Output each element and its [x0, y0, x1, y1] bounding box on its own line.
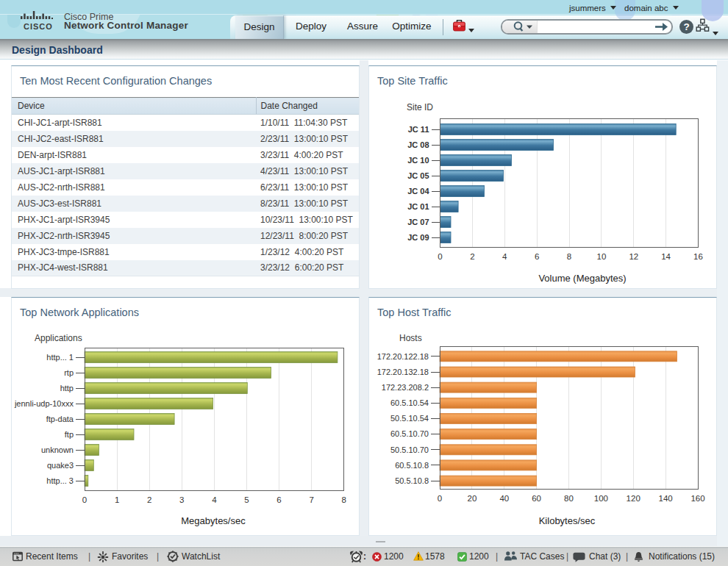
- svg-text:quake3: quake3: [47, 461, 74, 470]
- svg-text:2: 2: [470, 252, 474, 261]
- svg-text:80: 80: [564, 494, 574, 503]
- svg-text:4: 4: [212, 495, 217, 504]
- svg-text:Volume (Megabytes): Volume (Megabytes): [538, 273, 626, 284]
- svg-text:50.5.10.70: 50.5.10.70: [390, 445, 429, 454]
- svg-text:160: 160: [690, 494, 704, 503]
- svg-text:7: 7: [309, 495, 313, 504]
- svg-text:172.20.132.18: 172.20.132.18: [377, 368, 429, 376]
- svg-text:14: 14: [661, 252, 671, 261]
- svg-text:JC 05: JC 05: [407, 171, 429, 180]
- svg-text:60.5.10.54: 60.5.10.54: [390, 398, 429, 407]
- svg-text:16: 16: [693, 252, 703, 261]
- svg-text:jennli-udp-10xxx: jennli-udp-10xxx: [14, 399, 74, 408]
- svg-text:JC 09: JC 09: [407, 233, 429, 242]
- svg-text:JC 10: JC 10: [407, 156, 429, 165]
- svg-text:8: 8: [341, 495, 346, 504]
- svg-text:?: ?: [683, 21, 689, 32]
- svg-text:5: 5: [244, 495, 249, 504]
- svg-text:40: 40: [499, 494, 509, 503]
- svg-text:2: 2: [147, 495, 151, 504]
- svg-text:6: 6: [276, 495, 281, 504]
- svg-text:12: 12: [629, 252, 638, 261]
- svg-text:172.20.122.18: 172.20.122.18: [377, 352, 429, 361]
- svg-text:http... 1: http... 1: [46, 353, 74, 362]
- svg-text:4: 4: [502, 252, 507, 261]
- svg-text:0: 0: [438, 494, 442, 503]
- svg-text:8: 8: [567, 252, 571, 261]
- svg-text:60.5.10.8: 60.5.10.8: [395, 461, 429, 470]
- svg-text:http... 3: http... 3: [46, 476, 74, 485]
- svg-text:100: 100: [594, 494, 608, 503]
- svg-text:6: 6: [535, 252, 539, 261]
- svg-text:Site ID: Site ID: [407, 102, 433, 112]
- svg-text:3: 3: [179, 495, 184, 504]
- svg-text:JC 04: JC 04: [407, 187, 429, 196]
- svg-text:60.5.10.70: 60.5.10.70: [390, 429, 429, 438]
- svg-text:140: 140: [659, 494, 673, 503]
- svg-text:JC 11: JC 11: [408, 125, 429, 134]
- svg-text:172.23.208.2: 172.23.208.2: [382, 383, 429, 392]
- svg-text:1: 1: [115, 495, 119, 504]
- svg-text:0: 0: [82, 495, 87, 504]
- svg-text:50.5.10.8: 50.5.10.8: [395, 476, 429, 485]
- svg-text:JC 01: JC 01: [407, 202, 429, 211]
- svg-text:10: 10: [597, 252, 607, 261]
- svg-text:ftp: ftp: [65, 430, 74, 439]
- svg-text:Megabytes/sec: Megabytes/sec: [181, 515, 246, 526]
- svg-text:rtp: rtp: [64, 368, 74, 377]
- svg-text:60: 60: [532, 494, 541, 503]
- svg-text:Applications: Applications: [35, 333, 82, 343]
- svg-text:50.5.10.54: 50.5.10.54: [390, 414, 429, 423]
- svg-text:Hosts: Hosts: [399, 333, 422, 343]
- svg-text:0: 0: [438, 252, 442, 261]
- svg-text:ftp-data: ftp-data: [46, 415, 74, 423]
- svg-text:Kilobytes/sec: Kilobytes/sec: [539, 515, 596, 526]
- svg-text:JC 08: JC 08: [407, 140, 429, 149]
- svg-text:20: 20: [468, 494, 477, 503]
- svg-text:JC 07: JC 07: [407, 218, 429, 226]
- svg-text:http: http: [60, 384, 74, 393]
- svg-text:unknown: unknown: [41, 445, 74, 454]
- svg-text:120: 120: [627, 494, 640, 503]
